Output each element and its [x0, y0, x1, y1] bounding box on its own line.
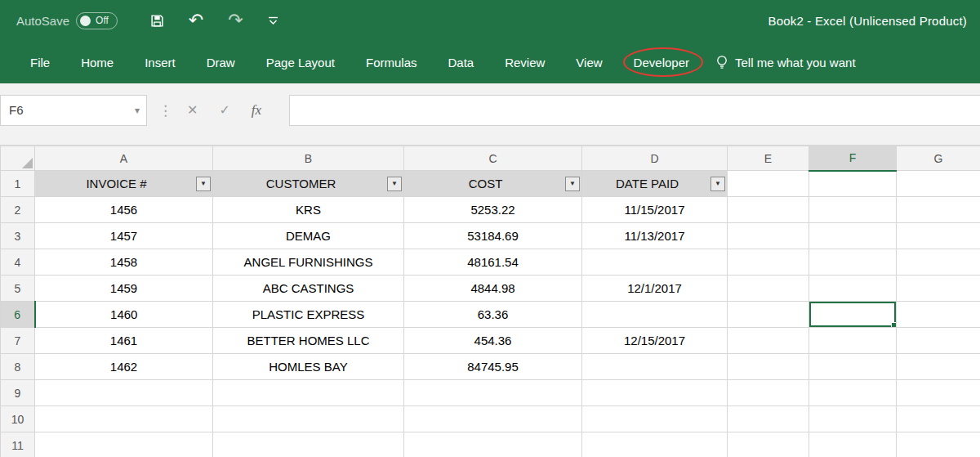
tab-insert[interactable]: Insert [129, 41, 191, 83]
save-icon[interactable] [150, 14, 164, 28]
cell-f8[interactable] [809, 354, 897, 380]
cell-d8[interactable] [582, 354, 728, 380]
enter-button[interactable]: ✓ [219, 102, 229, 118]
cell-d11[interactable] [582, 432, 728, 457]
row-header-9[interactable]: 9 [1, 380, 35, 406]
cell-a8[interactable]: 1462 [35, 354, 213, 380]
tab-home[interactable]: Home [65, 41, 129, 83]
cell-e4[interactable] [728, 249, 809, 276]
cell-c9[interactable] [404, 380, 582, 406]
table-header-cell-date-paid[interactable]: DATE PAID ▼ [582, 171, 728, 197]
filter-dropdown-button[interactable]: ▼ [710, 177, 725, 191]
cell-f6-selected[interactable] [809, 302, 897, 328]
row-header-11[interactable]: 11 [1, 432, 35, 457]
cell-g8[interactable] [897, 354, 980, 380]
cell-b7[interactable]: BETTER HOMES LLC [213, 328, 404, 354]
cell-d10[interactable] [582, 406, 728, 432]
row-header-10[interactable]: 10 [1, 406, 35, 432]
cell-e10[interactable] [728, 406, 809, 432]
column-header-e[interactable]: E [728, 146, 809, 171]
cell-f4[interactable] [809, 249, 897, 276]
cell-f9[interactable] [809, 380, 897, 406]
cell-e5[interactable] [728, 276, 809, 302]
tab-page-layout[interactable]: Page Layout [251, 41, 350, 83]
cell-c8[interactable]: 84745.95 [404, 354, 582, 380]
cell-a9[interactable] [35, 380, 213, 406]
column-header-d[interactable]: D [582, 146, 728, 171]
cell-d5[interactable]: 12/1/2017 [582, 276, 728, 302]
table-header-cell-invoice[interactable]: INVOICE # ▼ [35, 171, 213, 197]
cell-f3[interactable] [809, 223, 897, 249]
tab-review[interactable]: Review [489, 41, 560, 83]
cell-b6[interactable]: PLASTIC EXPRESS [213, 302, 404, 328]
cell-c2[interactable]: 5253.22 [404, 197, 582, 223]
cell-g7[interactable] [897, 328, 980, 354]
cell-d3[interactable]: 11/13/2017 [582, 223, 728, 249]
insert-function-button[interactable]: fx [252, 102, 261, 119]
tab-developer[interactable]: Developer [618, 41, 705, 83]
cell-c7[interactable]: 454.36 [404, 328, 582, 354]
cell-a4[interactable]: 1458 [35, 249, 213, 276]
cell-a11[interactable] [35, 432, 213, 457]
cell-d7[interactable]: 12/15/2017 [582, 328, 728, 354]
cell-g4[interactable] [897, 249, 980, 276]
cell-a5[interactable]: 1459 [35, 276, 213, 302]
cell-e11[interactable] [728, 432, 809, 457]
row-header-5[interactable]: 5 [1, 276, 35, 302]
cell-c6[interactable]: 63.36 [404, 302, 582, 328]
tab-data[interactable]: Data [432, 41, 489, 83]
autosave-control[interactable]: AutoSave Off [16, 12, 118, 29]
cell-g10[interactable] [897, 406, 980, 432]
customize-quick-access-icon[interactable] [268, 16, 278, 25]
filter-dropdown-button[interactable]: ▼ [387, 177, 402, 191]
table-header-cell-cost[interactable]: COST ▼ [404, 171, 582, 197]
cell-b4[interactable]: ANGEL FURNISHINGS [213, 249, 404, 276]
tell-me-box[interactable]: Tell me what you want [716, 55, 856, 70]
cell-a6[interactable]: 1460 [35, 302, 213, 328]
cell-c5[interactable]: 4844.98 [404, 276, 582, 302]
cell-c4[interactable]: 48161.54 [404, 249, 582, 276]
cell-e2[interactable] [728, 197, 809, 223]
cell-b5[interactable]: ABC CASTINGS [213, 276, 404, 302]
cell-g2[interactable] [897, 197, 980, 223]
autosave-toggle[interactable]: Off [76, 12, 118, 29]
select-all-button[interactable] [1, 146, 35, 171]
undo-icon[interactable]: ↶ [189, 11, 203, 29]
column-header-f[interactable]: F [809, 146, 897, 171]
cell-c3[interactable]: 53184.69 [404, 223, 582, 249]
cell-d4[interactable] [582, 249, 728, 276]
row-header-6[interactable]: 6 [1, 302, 35, 328]
cell-b8[interactable]: HOMLES BAY [213, 354, 404, 380]
cell-b2[interactable]: KRS [213, 197, 404, 223]
cell-c11[interactable] [404, 432, 582, 457]
cell-b3[interactable]: DEMAG [213, 223, 404, 249]
row-header-2[interactable]: 2 [1, 197, 35, 223]
cell-f7[interactable] [809, 328, 897, 354]
tab-draw[interactable]: Draw [191, 41, 251, 83]
cell-f11[interactable] [809, 432, 897, 457]
tab-formulas[interactable]: Formulas [350, 41, 433, 83]
cell-a2[interactable]: 1456 [35, 197, 213, 223]
cell-c10[interactable] [404, 406, 582, 432]
cell-a10[interactable] [35, 406, 213, 432]
redo-icon[interactable]: ↷ [228, 11, 243, 29]
row-header-1[interactable]: 1 [1, 171, 35, 197]
row-header-8[interactable]: 8 [1, 354, 35, 380]
tab-file[interactable]: File [15, 41, 65, 83]
cell-e8[interactable] [728, 354, 809, 380]
cell-d2[interactable]: 11/15/2017 [582, 197, 728, 223]
cell-f10[interactable] [809, 406, 897, 432]
name-box[interactable]: F6 ▾ [0, 95, 147, 126]
cell-g1[interactable] [897, 171, 980, 197]
cell-b11[interactable] [213, 432, 404, 457]
column-header-a[interactable]: A [35, 146, 213, 171]
column-header-g[interactable]: G [897, 146, 980, 171]
cell-g9[interactable] [897, 380, 980, 406]
cell-d9[interactable] [582, 380, 728, 406]
cell-b10[interactable] [213, 406, 404, 432]
cell-e9[interactable] [728, 380, 809, 406]
cell-g3[interactable] [897, 223, 980, 249]
cell-g5[interactable] [897, 276, 980, 302]
fill-handle[interactable] [891, 322, 897, 328]
filter-dropdown-button[interactable]: ▼ [565, 177, 580, 191]
